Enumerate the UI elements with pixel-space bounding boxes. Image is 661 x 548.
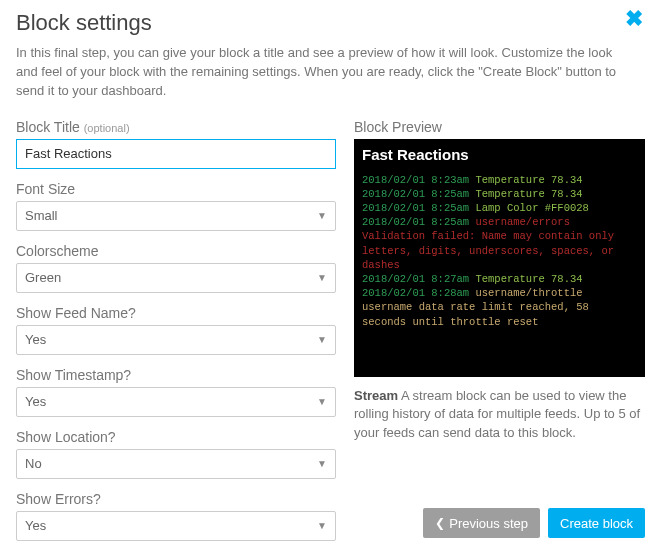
stream-bold: Stream bbox=[354, 388, 398, 403]
close-icon[interactable]: ✖ bbox=[625, 6, 643, 32]
caret-down-icon: ▼ bbox=[317, 334, 327, 345]
footer-buttons: ❮ Previous step Create block bbox=[423, 508, 645, 538]
show-errors-select[interactable]: Yes ▼ bbox=[16, 511, 336, 541]
page-description: In this final step, you can give your bl… bbox=[16, 44, 636, 101]
show-timestamp-select[interactable]: Yes ▼ bbox=[16, 387, 336, 417]
caret-down-icon: ▼ bbox=[317, 210, 327, 221]
show-location-label: Show Location? bbox=[16, 429, 336, 445]
preview-line: 2018/02/01 8:25am Lamp Color #FF0028 bbox=[362, 201, 637, 215]
stream-description: Stream A stream block can be used to vie… bbox=[354, 387, 645, 444]
preview-line: 2018/02/01 8:27am Temperature 78.34 bbox=[362, 272, 637, 286]
block-title-input[interactable] bbox=[16, 139, 336, 169]
font-size-value: Small bbox=[25, 208, 58, 223]
preview-line: 2018/02/01 8:28am username/throttle bbox=[362, 286, 637, 300]
font-size-label: Font Size bbox=[16, 181, 336, 197]
page-title: Block settings bbox=[16, 10, 645, 36]
preview-title: Fast Reactions bbox=[362, 145, 637, 165]
preview-line: 2018/02/01 8:25am username/errors bbox=[362, 215, 637, 229]
show-feed-name-value: Yes bbox=[25, 332, 46, 347]
colorscheme-value: Green bbox=[25, 270, 61, 285]
block-title-optional: (optional) bbox=[84, 122, 130, 134]
show-errors-label: Show Errors? bbox=[16, 491, 336, 507]
show-feed-name-label: Show Feed Name? bbox=[16, 305, 336, 321]
caret-down-icon: ▼ bbox=[317, 272, 327, 283]
previous-step-button[interactable]: ❮ Previous step bbox=[423, 508, 540, 538]
preview-line: 2018/02/01 8:25am Temperature 78.34 bbox=[362, 187, 637, 201]
preview-line: 2018/02/01 8:23am Temperature 78.34 bbox=[362, 173, 637, 187]
show-timestamp-label: Show Timestamp? bbox=[16, 367, 336, 383]
preview-panel: Block Preview Fast Reactions 2018/02/01 … bbox=[354, 119, 645, 548]
block-preview: Fast Reactions 2018/02/01 8:23am Tempera… bbox=[354, 139, 645, 377]
colorscheme-label: Colorscheme bbox=[16, 243, 336, 259]
colorscheme-select[interactable]: Green ▼ bbox=[16, 263, 336, 293]
previous-step-label: Previous step bbox=[449, 516, 528, 531]
show-errors-value: Yes bbox=[25, 518, 46, 533]
create-block-label: Create block bbox=[560, 516, 633, 531]
preview-label: Block Preview bbox=[354, 119, 645, 135]
font-size-select[interactable]: Small ▼ bbox=[16, 201, 336, 231]
show-timestamp-value: Yes bbox=[25, 394, 46, 409]
caret-down-icon: ▼ bbox=[317, 458, 327, 469]
preview-line: Validation failed: Name may contain only… bbox=[362, 229, 637, 272]
chevron-left-icon: ❮ bbox=[435, 516, 445, 530]
block-title-label: Block Title (optional) bbox=[16, 119, 336, 135]
settings-form: Block Title (optional) Font Size Small ▼… bbox=[16, 119, 336, 548]
show-feed-name-select[interactable]: Yes ▼ bbox=[16, 325, 336, 355]
show-location-value: No bbox=[25, 456, 42, 471]
create-block-button[interactable]: Create block bbox=[548, 508, 645, 538]
caret-down-icon: ▼ bbox=[317, 396, 327, 407]
preview-line: username data rate limit reached, 58 sec… bbox=[362, 300, 637, 328]
block-title-label-text: Block Title bbox=[16, 119, 80, 135]
caret-down-icon: ▼ bbox=[317, 520, 327, 531]
show-location-select[interactable]: No ▼ bbox=[16, 449, 336, 479]
